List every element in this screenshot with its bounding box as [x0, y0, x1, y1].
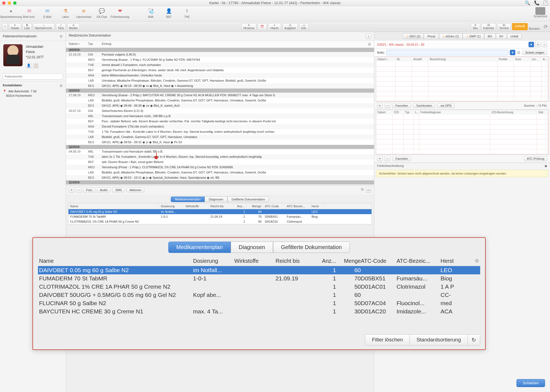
sbtn-todo[interactable]: ✓ToDo — [56, 23, 66, 30]
g1-lei[interactable]: Lei... — [530, 57, 541, 62]
rtab-unfall[interactable]: Unfall — [507, 34, 522, 39]
medcol-menge[interactable]: Menge — [247, 203, 263, 209]
zcol-herst[interactable]: Herst — [441, 258, 460, 264]
doc-row[interactable]: 20.07.19DIASeborrhoisches Ekzem (L21.9) — [66, 108, 374, 114]
doc-row[interactable]: BEFseb. Ekzem Brauen / Bart, sonst guter… — [66, 159, 374, 165]
close-window-icon[interactable] — [2, 1, 6, 5]
zollsoft-badge[interactable]: zollsoft — [512, 23, 528, 30]
minimize-window-icon[interactable] — [8, 1, 11, 5]
doc-row[interactable]: BEFgeringe Psorherde an Ellenbögen, Knie… — [66, 68, 374, 73]
doc-row[interactable]: 04.05.19ABLTransaminasen und Harnsäure s… — [66, 149, 374, 154]
close-button[interactable]: Schließen — [516, 379, 545, 387]
collapse-arrow[interactable]: ⟨ — [2, 23, 8, 30]
doc-row[interactable]: THEnimmt aktuell 1 Fumaderm, noch vorhan… — [66, 62, 374, 68]
zcol-atc[interactable]: ATC-Code — [361, 258, 397, 264]
ztab-medikamentenplan[interactable]: Medikamentenplan — [168, 242, 231, 253]
sbtn-hinweise[interactable]: ⎘Hinweise — [241, 23, 257, 30]
ztab-gefilterte[interactable]: Gefilterte Dokumentation — [273, 242, 350, 253]
gear-icon[interactable]: ⚙ — [361, 187, 364, 193]
rtab-gkv-[interactable]: GKV (2) — [403, 34, 424, 39]
doc-row[interactable]: ANAkeine Miktionsbeschwerden, Urinkultur… — [66, 73, 374, 78]
grid-row[interactable] — [376, 81, 548, 86]
standardsortierung-button[interactable]: Standardsortierung — [410, 334, 468, 346]
atc-pruefung-button[interactable]: ATC-Prüfung — [524, 156, 547, 161]
med-row[interactable]: FUMADERM 70 St TabMR1-0-121.09.19170D05B… — [68, 214, 372, 219]
grid-row[interactable] — [376, 76, 548, 81]
zoom-med-row[interactable]: FLUCINAR 50 g Salbe N2150D07AC04Fluocino… — [38, 299, 480, 307]
tool-spracherkennung[interactable]: ●Spracherkennung — [3, 7, 19, 18]
rtab-dmp-[interactable]: DMP (1) — [463, 34, 484, 39]
zcol-menge[interactable]: Menge — [336, 258, 361, 264]
g1-punkte[interactable]: Punkte — [497, 57, 514, 62]
sms-button[interactable]: SMS — [112, 187, 125, 192]
plus-button[interactable]: + — [535, 42, 541, 47]
favoriten-button[interactable]: Favoriten — [392, 103, 411, 108]
quarter-row[interactable]: Q3/2019: — [66, 89, 374, 93]
viaops-button[interactable]: via OPS — [437, 103, 454, 108]
grid-row[interactable] — [376, 144, 548, 149]
sbtn-details[interactable]: ≡Details — [9, 23, 21, 30]
doc-row[interactable]: BESGKV(1. APK) ◉ 08:19 - 08:39 ◉ ro ◉ Bl… — [66, 83, 374, 89]
dropdown-icon[interactable]: ▾ — [510, 50, 515, 55]
medcol-reicht[interactable]: Reicht bis — [209, 203, 233, 209]
gear-icon[interactable]: ⚙ — [59, 84, 63, 88]
g1-nr[interactable]: Nr. — [395, 57, 412, 62]
zcol-anz[interactable]: Anz... — [317, 258, 336, 264]
zoom-med-row[interactable]: CLOTRIMAZOL 1% CRE 1A PHAR 50 g Creme N2… — [38, 283, 480, 291]
rtab-edoku-[interactable]: eDoku (1) — [439, 34, 463, 39]
g2-l[interactable]: L... — [414, 110, 419, 115]
g2-datum[interactable]: Datum — [376, 110, 393, 115]
grid-row[interactable] — [376, 115, 548, 120]
col-eintrag[interactable]: Eintrag — [102, 42, 368, 46]
doc-row[interactable]: BEFPsor.: stabiler Befund, seb. Ekzem Br… — [66, 119, 374, 124]
tab-medikamentenplan[interactable]: Medikamentenplan — [171, 197, 205, 202]
tool-ana[interactable]: 🩺ANA — [142, 7, 159, 18]
rtab-privat[interactable]: Privat — [424, 34, 439, 39]
doc-row[interactable]: MEDVerordnung (Privat - 1 Präp.): CLOTRI… — [66, 165, 374, 170]
minus-button[interactable]: − — [385, 103, 390, 108]
grid-row[interactable] — [376, 67, 548, 71]
zcol-dos[interactable]: Dosierung — [193, 258, 234, 264]
rtab-sv[interactable]: SV — [496, 34, 507, 39]
zoom-med-row[interactable]: DAIVOBET 0.05 mg 60 g Salbe N2im Notfall… — [38, 266, 480, 274]
medcol-herst[interactable]: Herst — [310, 203, 324, 209]
grid-row[interactable] — [376, 134, 548, 139]
sbtn-kalender[interactable]: 31Kalender — [481, 23, 496, 30]
grid-row[interactable] — [376, 91, 548, 96]
g2-icdb[interactable]: ICD-Bezeichnung — [490, 110, 537, 115]
g1-bez[interactable]: Bezeichnung — [428, 57, 497, 62]
grid-row[interactable] — [376, 120, 548, 125]
doc-row[interactable]: LABBlutbild, groß, Alkalische Phosphatas… — [66, 170, 374, 175]
search-icon[interactable]: 🔍 — [525, 0, 530, 5]
quarter-row[interactable]: Q4/2019: — [66, 48, 374, 52]
tool-laborverlauf[interactable]: ≋Laborverlauf — [75, 7, 92, 18]
gear-icon[interactable]: ⚙ — [475, 258, 479, 264]
chevron-left-icon[interactable]: ‹ — [366, 34, 371, 39]
grid-row[interactable] — [376, 125, 548, 129]
medcol-atc[interactable]: ATC-Code — [263, 203, 285, 209]
zoom-med-row[interactable]: BAYCUTEN HC CREME 30 g Creme N1max. 4 Ta… — [38, 307, 480, 316]
grid-row[interactable] — [376, 62, 548, 67]
plus-button[interactable]: + — [377, 156, 383, 161]
g1-datum[interactable]: Datum — [376, 57, 395, 62]
doc-table-body[interactable]: Q4/2019:12.10.19DIAPsoriasis vulgaris (L… — [66, 48, 374, 185]
g2-dok[interactable]: Dok — [537, 110, 548, 115]
g2-typ[interactable]: Typ — [404, 110, 414, 115]
favoriten-button[interactable]: Favoriten — [392, 156, 411, 161]
doc-row[interactable]: LABBlutbild, groß, Creatinin, Gamma-GT, … — [66, 134, 374, 140]
grid-row[interactable] — [376, 139, 548, 144]
doc-row[interactable]: LABBlutbild, groß, Alkalische Phosphatas… — [66, 98, 374, 103]
doc-row[interactable]: THE1 Tbl. Fumaderm /die , Kontrolle Labo… — [66, 129, 374, 134]
foto-button[interactable]: Foto — [83, 187, 95, 192]
medcol-atcb[interactable]: ATC-Bezeic... — [285, 203, 310, 209]
g1-a[interactable]: A... — [541, 57, 548, 62]
doc-row[interactable]: 17.08.19MEDVerordnung (Kasse - 2 Präp.):… — [66, 93, 374, 98]
zcol-name[interactable]: Name — [39, 258, 193, 264]
doc-row[interactable]: BESGKV(1. APK) ◉ 08:52 - 10:11 ◉ jv ◉ Sp… — [66, 175, 374, 180]
maximize-window-icon[interactable] — [13, 1, 16, 5]
medcol-anz[interactable]: Anz... — [233, 203, 247, 209]
rtab-bg[interactable]: BG — [484, 34, 496, 39]
tool-brief-schr-[interactable]: ✉Brief schr. — [21, 7, 37, 18]
plus-button[interactable]: + — [69, 187, 74, 193]
med-row[interactable]: DAIVOBET 0.05 mg 60 g Salbe N2im Notfall… — [68, 209, 372, 214]
